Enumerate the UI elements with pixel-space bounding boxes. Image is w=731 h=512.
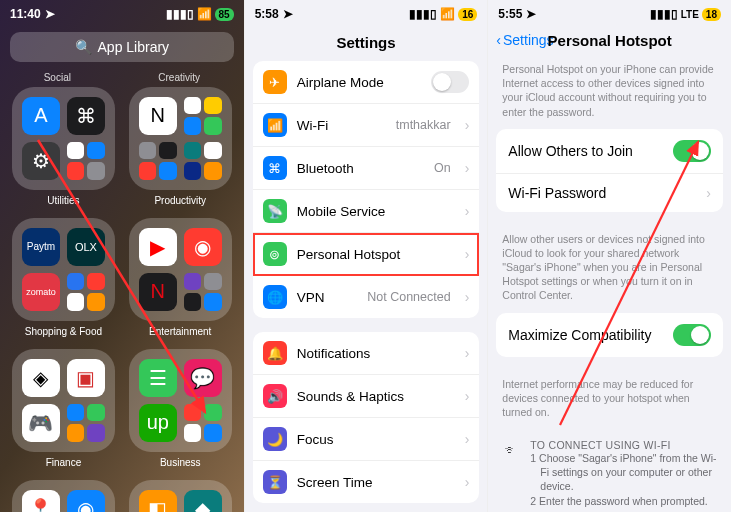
- vpn-icon: 🌐: [263, 285, 287, 309]
- sound-icon: 🔊: [263, 384, 287, 408]
- allow-others-toggle[interactable]: [673, 140, 711, 162]
- location-icon: ➤: [283, 7, 293, 21]
- app-icon[interactable]: A: [22, 97, 60, 135]
- status-time: 5:55: [498, 7, 522, 21]
- row-personal-hotspot[interactable]: ⊚ Personal Hotspot ›: [253, 233, 480, 276]
- wifi-symbol-icon: ᯤ: [502, 439, 520, 458]
- app-icon[interactable]: ⌘: [67, 97, 105, 135]
- row-bluetooth[interactable]: ⌘ Bluetooth On ›: [253, 147, 480, 190]
- search-icon: 🔍: [75, 39, 92, 55]
- chevron-right-icon: ›: [465, 246, 470, 262]
- folder-more[interactable]: [184, 97, 222, 135]
- status-bar: 5:58 ➤ ▮▮▮▯ 📶 16: [245, 0, 488, 28]
- wifi-icon: 📶: [440, 7, 455, 21]
- folder-more[interactable]: [184, 273, 222, 311]
- row-screentime[interactable]: ⏳ Screen Time ›: [253, 461, 480, 503]
- app-icon[interactable]: 📍: [22, 490, 60, 512]
- app-icon[interactable]: ⚙: [22, 142, 60, 180]
- row-vpn[interactable]: 🌐 VPN Not Connected ›: [253, 276, 480, 318]
- hotspot-group-compat: Maximize Compatibility: [496, 313, 723, 357]
- app-icon[interactable]: ◧: [139, 490, 177, 512]
- chevron-right-icon: ›: [465, 431, 470, 447]
- top-category-labels: Social Creativity: [0, 72, 244, 83]
- app-icon[interactable]: ☰: [139, 359, 177, 397]
- chevron-right-icon: ›: [465, 203, 470, 219]
- row-notifications[interactable]: 🔔 Notifications ›: [253, 332, 480, 375]
- timer-icon: ⏳: [263, 470, 287, 494]
- app-icon[interactable]: ◈: [22, 359, 60, 397]
- app-icon[interactable]: ◆: [184, 490, 222, 512]
- folder-label: Entertainment: [129, 326, 232, 337]
- airplane-toggle[interactable]: [431, 71, 469, 93]
- folder-more[interactable]: [139, 142, 177, 180]
- folder-business[interactable]: ☰ 💬 up Business: [129, 349, 232, 452]
- folder-utilities[interactable]: A ⌘ ⚙ Utilities: [12, 87, 115, 190]
- folder-extra-2[interactable]: ◧ ◆ ●: [129, 480, 232, 512]
- folder-label: Shopping & Food: [12, 326, 115, 337]
- row-maximize-compat[interactable]: Maximize Compatibility: [496, 313, 723, 357]
- chevron-right-icon: ›: [465, 289, 470, 305]
- folder-label: Finance: [12, 457, 115, 468]
- app-library-search[interactable]: 🔍 App Library: [10, 32, 234, 62]
- nav-header: ‹ Settings Personal Hotspot: [488, 28, 731, 56]
- bluetooth-icon: ⌘: [263, 156, 287, 180]
- app-icon[interactable]: ◉: [67, 490, 105, 512]
- folder-finance[interactable]: ◈ ▣ 🎮 Finance: [12, 349, 115, 452]
- folder-more[interactable]: [67, 142, 105, 180]
- wifi-settings-icon: 📶: [263, 113, 287, 137]
- moon-icon: 🌙: [263, 427, 287, 451]
- folder-more[interactable]: [184, 404, 222, 442]
- folder-more[interactable]: [184, 142, 222, 180]
- maximize-compat-toggle[interactable]: [673, 324, 711, 346]
- app-icon[interactable]: ◉: [184, 228, 222, 266]
- chevron-right-icon: ›: [465, 160, 470, 176]
- signal-icon: ▮▮▮▯: [650, 7, 678, 21]
- maxcompat-help-text: Internet performance may be reduced for …: [488, 371, 731, 430]
- battery-pill: 16: [458, 8, 477, 21]
- app-icon[interactable]: ▣: [67, 359, 105, 397]
- row-allow-others[interactable]: Allow Others to Join: [496, 129, 723, 174]
- folder-entertainment[interactable]: ▶ ◉ N Entertainment: [129, 218, 232, 321]
- row-wifi[interactable]: 📶 Wi-Fi tmthakkar ›: [253, 104, 480, 147]
- app-icon[interactable]: 🎮: [22, 404, 60, 442]
- network-type: LTE: [681, 9, 699, 20]
- app-icon[interactable]: zomato: [22, 273, 60, 311]
- status-time: 5:58: [255, 7, 279, 21]
- signal-icon: ▮▮▮▯: [166, 7, 194, 21]
- folder-more[interactable]: [67, 273, 105, 311]
- folder-more[interactable]: [67, 404, 105, 442]
- chevron-right-icon: ›: [465, 388, 470, 404]
- hotspot-icon: ⊚: [263, 242, 287, 266]
- bell-icon: 🔔: [263, 341, 287, 365]
- app-icon[interactable]: ▶: [139, 228, 177, 266]
- antenna-icon: 📡: [263, 199, 287, 223]
- chevron-right-icon: ›: [465, 474, 470, 490]
- row-mobile-service[interactable]: 📡 Mobile Service ›: [253, 190, 480, 233]
- folder-label: Utilities: [12, 195, 115, 206]
- allow-help-text: Allow other users or devices not signed …: [488, 226, 731, 313]
- app-icon[interactable]: up: [139, 404, 177, 442]
- hotspot-group-allow: Allow Others to Join Wi-Fi Password ›: [496, 129, 723, 212]
- wifi-instructions-head: TO CONNECT USING WI-FI: [530, 439, 717, 451]
- folder-extra-1[interactable]: 📍 ◉ M: [12, 480, 115, 512]
- app-folder-grid: A ⌘ ⚙ Utilities N Productivity Paytm OLX: [0, 87, 244, 512]
- battery-pill: 85: [215, 8, 234, 21]
- app-icon[interactable]: OLX: [67, 228, 105, 266]
- row-focus[interactable]: 🌙 Focus ›: [253, 418, 480, 461]
- folder-productivity[interactable]: N Productivity: [129, 87, 232, 190]
- app-icon[interactable]: N: [139, 97, 177, 135]
- folder-shopping-food[interactable]: Paytm OLX zomato Shopping & Food: [12, 218, 115, 321]
- row-wifi-password[interactable]: Wi-Fi Password ›: [496, 174, 723, 212]
- back-button[interactable]: ‹ Settings: [496, 32, 553, 48]
- folder-label: Productivity: [129, 195, 232, 206]
- chevron-left-icon: ‹: [496, 32, 501, 48]
- app-icon[interactable]: N: [139, 273, 177, 311]
- app-icon[interactable]: 💬: [184, 359, 222, 397]
- signal-icon: ▮▮▮▯: [409, 7, 437, 21]
- row-airplane-mode[interactable]: ✈ Airplane Mode: [253, 61, 480, 104]
- wifi-step: 2 Enter the password when prompted.: [530, 494, 717, 508]
- app-icon[interactable]: Paytm: [22, 228, 60, 266]
- battery-pill: 18: [702, 8, 721, 21]
- row-sounds[interactable]: 🔊 Sounds & Haptics ›: [253, 375, 480, 418]
- wifi-step: 1 Choose "Sagar's iPhone" from the Wi-Fi…: [530, 451, 717, 494]
